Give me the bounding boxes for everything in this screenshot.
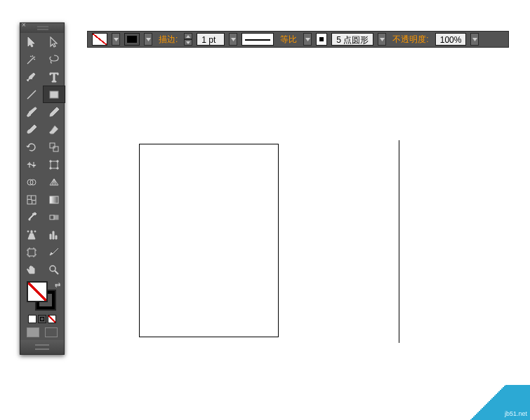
drawn-rectangle[interactable] xyxy=(139,144,279,337)
options-bar: 描边: 1 pt 等比 5 点圆形 不透明度: 100% xyxy=(87,31,509,48)
color-mode-solid[interactable] xyxy=(28,315,37,323)
svg-point-7 xyxy=(57,167,58,168)
fill-swatch-none[interactable] xyxy=(92,33,107,46)
close-icon[interactable]: × xyxy=(22,21,26,29)
stroke-swatch-black[interactable] xyxy=(124,33,140,46)
zoom-tool[interactable] xyxy=(43,261,65,278)
artboard-tool[interactable] xyxy=(20,243,43,261)
tools-header[interactable]: × xyxy=(20,23,64,33)
lasso-tool[interactable] xyxy=(43,50,65,68)
selection-tool[interactable] xyxy=(20,33,43,50)
drag-handle-icon xyxy=(35,344,49,350)
blend-tool[interactable] xyxy=(43,208,65,226)
direct-selection-tool[interactable] xyxy=(43,33,65,50)
collapse-icon[interactable] xyxy=(37,26,48,30)
paintbrush-tool[interactable] xyxy=(20,103,43,121)
hand-tool[interactable] xyxy=(20,261,43,278)
svg-rect-2 xyxy=(50,143,55,148)
eraser-tool[interactable] xyxy=(43,121,65,138)
brush-preview-icon[interactable] xyxy=(316,33,327,46)
stepper-down-icon[interactable] xyxy=(184,39,192,46)
perspective-grid-tool[interactable] xyxy=(43,173,65,191)
color-section: ⇄ xyxy=(20,278,64,325)
symbol-sprayer-tool[interactable] xyxy=(20,226,43,243)
drawn-line[interactable] xyxy=(399,140,399,343)
eyedropper-tool[interactable] xyxy=(20,208,43,226)
stroke-dropdown[interactable] xyxy=(144,33,152,46)
gradient-tool[interactable] xyxy=(43,191,65,208)
opacity-label: 不透明度: xyxy=(390,34,430,46)
opacity-dropdown[interactable] xyxy=(470,33,479,46)
svg-rect-13 xyxy=(54,215,58,219)
svg-rect-1 xyxy=(53,147,58,151)
tool-grid xyxy=(20,33,64,278)
width-tool[interactable] xyxy=(20,156,43,173)
panel-footer[interactable] xyxy=(20,340,64,354)
color-mode-none[interactable] xyxy=(48,315,56,323)
stepper-up-icon[interactable] xyxy=(184,33,192,39)
stroke-weight-stepper[interactable] xyxy=(184,33,192,46)
svg-rect-12 xyxy=(50,215,54,219)
line-segment-tool[interactable] xyxy=(20,86,43,103)
brush-definition-input[interactable]: 5 点圆形 xyxy=(331,33,373,46)
tools-panel: × xyxy=(20,22,65,355)
pencil-tool[interactable] xyxy=(43,103,65,121)
fill-color-swatch[interactable] xyxy=(27,281,48,302)
stroke-style-preview[interactable] xyxy=(241,33,274,46)
stroke-weight-dropdown[interactable] xyxy=(229,33,237,46)
stroke-weight-label: 描边: xyxy=(157,34,180,46)
fill-stroke-swatches[interactable]: ⇄ xyxy=(27,281,58,312)
svg-point-15 xyxy=(34,231,36,232)
svg-point-17 xyxy=(50,266,55,271)
pen-tool[interactable] xyxy=(20,68,43,86)
column-graph-tool[interactable] xyxy=(43,226,65,243)
svg-rect-16 xyxy=(28,249,35,256)
svg-rect-3 xyxy=(51,161,58,168)
svg-point-6 xyxy=(50,167,51,168)
fill-dropdown[interactable] xyxy=(112,33,120,46)
screen-mode-row xyxy=(20,325,64,340)
brush-dropdown[interactable] xyxy=(378,33,386,46)
svg-point-14 xyxy=(27,231,29,232)
watermark: jb51.net xyxy=(446,385,530,420)
stroke-scale-dropdown[interactable] xyxy=(303,33,312,46)
color-mode-gradient[interactable] xyxy=(38,315,46,323)
watermark-text: jb51.net xyxy=(505,410,527,417)
svg-rect-0 xyxy=(50,91,58,98)
blob-brush-tool[interactable] xyxy=(20,121,43,138)
shape-builder-tool[interactable] xyxy=(20,173,43,191)
swap-fill-stroke-icon[interactable]: ⇄ xyxy=(55,281,60,289)
slice-tool[interactable] xyxy=(43,243,65,261)
normal-screen-mode-icon[interactable] xyxy=(27,327,39,337)
svg-rect-11 xyxy=(50,196,58,203)
stroke-weight-input[interactable]: 1 pt xyxy=(197,33,225,46)
magic-wand-tool[interactable] xyxy=(20,50,43,68)
mesh-tool[interactable] xyxy=(20,191,43,208)
free-transform-tool[interactable] xyxy=(43,156,65,173)
full-screen-mode-icon[interactable] xyxy=(45,327,58,337)
rectangle-tool[interactable] xyxy=(43,86,65,103)
opacity-input[interactable]: 100% xyxy=(435,33,467,46)
svg-point-5 xyxy=(57,160,58,161)
rotate-tool[interactable] xyxy=(20,138,43,156)
svg-point-4 xyxy=(50,160,51,161)
stroke-scale-label: 等比 xyxy=(278,34,299,46)
type-tool[interactable] xyxy=(43,68,65,86)
scale-tool[interactable] xyxy=(43,138,65,156)
